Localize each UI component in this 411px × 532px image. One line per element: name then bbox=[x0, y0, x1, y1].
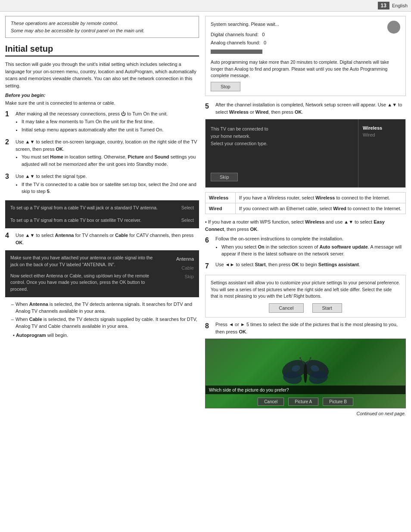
step-3-content: Use ▲▼ to select the signal type. If the… bbox=[16, 173, 199, 196]
ui-antenna-options: Antenna Cable Skip bbox=[159, 255, 194, 281]
settings-desc: Settings assistant will allow you to cus… bbox=[211, 280, 400, 300]
stop-button[interactable]: Stop bbox=[211, 82, 240, 91]
main-content: These operations are accessible by remot… bbox=[0, 12, 411, 420]
net-table-wired-desc: If you connect with an Ethernet cable, s… bbox=[236, 203, 406, 214]
ui-signal-row2-select: Select bbox=[181, 217, 194, 224]
ui-antenna-desc: Make sure that you have attached your an… bbox=[10, 255, 155, 293]
step-2-number: 2 bbox=[5, 138, 13, 168]
cable-option: Cable bbox=[159, 264, 194, 273]
left-column: These operations are accessible by remot… bbox=[5, 16, 199, 416]
svg-point-8 bbox=[310, 357, 311, 359]
antenna-option: Antenna bbox=[159, 255, 194, 264]
scan-box: System searching. Please wait... Digital… bbox=[205, 16, 406, 96]
right-step-5-content: After the channel installation is comple… bbox=[215, 101, 406, 115]
ui-antenna-desc2: Now select either Antenna or Cable, usin… bbox=[10, 273, 155, 293]
network-options: Wireless Wired bbox=[358, 119, 405, 187]
settings-cancel-button[interactable]: Cancel bbox=[269, 303, 303, 313]
language-label: English bbox=[392, 3, 408, 8]
scan-btn-row: Stop bbox=[211, 82, 400, 91]
picture-a-button[interactable]: Picture A bbox=[288, 398, 318, 406]
step-2: 2 Use ▲▼ to select the on-screen languag… bbox=[5, 138, 199, 168]
right-step-5-number: 5 bbox=[205, 101, 213, 115]
right-step-7-content: Use ◄► to select Start, then press OK to… bbox=[215, 261, 406, 271]
right-column: System searching. Please wait... Digital… bbox=[205, 16, 406, 416]
svg-point-4 bbox=[304, 364, 307, 383]
picture-b-button[interactable]: Picture B bbox=[323, 398, 353, 406]
net-table-wireless-label: Wireless bbox=[206, 193, 236, 203]
step-4-content: Use ▲▼ to select Antenna for TV channels… bbox=[16, 232, 199, 246]
intro-line1: These operations are accessible by remot… bbox=[11, 20, 193, 27]
step-3-number: 3 bbox=[5, 173, 13, 196]
net-desc-line1: This TV can be connected to bbox=[211, 125, 353, 133]
picture-caption: Which side of the picture do you prefer? bbox=[206, 386, 405, 394]
ui-signal-row2-text: To set up a TV signal from a cable TV bo… bbox=[10, 217, 177, 224]
scan-note: Auto programming may take more than 20 m… bbox=[211, 59, 400, 79]
net-table-wireless-desc: If you have a Wireless router, select Wi… bbox=[236, 193, 406, 203]
net-table-wired-label: Wired bbox=[206, 203, 236, 214]
dash-item-2: When Cable is selected, the TV detects s… bbox=[11, 316, 199, 330]
section-title: Initial setup bbox=[5, 44, 199, 56]
network-desc: This TV can be connected to your home ne… bbox=[206, 119, 358, 187]
analog-label: Analog channels found: bbox=[211, 39, 260, 47]
step-1-bullet-1: It may take a few moments to Turn On the… bbox=[22, 118, 199, 125]
step-6-bullet: When you select On in the selection scre… bbox=[221, 243, 406, 258]
table-row-wireless: Wireless If you have a Wireless router, … bbox=[206, 193, 406, 203]
step-4: 4 Use ▲▼ to select Antenna for TV channe… bbox=[5, 232, 199, 246]
ui-signal-box: To set up a TV signal from a cable TV wa… bbox=[5, 200, 199, 229]
wired-option[interactable]: Wired bbox=[363, 132, 401, 137]
step-1-number: 1 bbox=[5, 110, 13, 134]
body-intro: This section will guide you through the … bbox=[5, 61, 199, 89]
intro-box: These operations are accessible by remot… bbox=[5, 16, 199, 38]
right-step-6-content: Follow the on-screen instructions to com… bbox=[215, 235, 406, 258]
settings-assistant-box: Settings assistant will allow you to cus… bbox=[205, 275, 406, 317]
right-step-6: 6 Follow the on-screen instructions to c… bbox=[205, 235, 406, 258]
scan-title: System searching. Please wait... bbox=[211, 21, 387, 28]
scan-circle-indicator bbox=[387, 21, 400, 34]
step-4-number: 4 bbox=[5, 232, 13, 246]
right-step-8: 8 Press ◄ or ► 5 times to select the sid… bbox=[205, 321, 406, 335]
settings-start-button[interactable]: Start bbox=[312, 303, 342, 313]
svg-point-7 bbox=[299, 357, 301, 359]
step-2-bullet-1: You must set Home in location setting. O… bbox=[22, 153, 199, 168]
dash-item-1: When Antenna is selected, the TV detects… bbox=[11, 301, 199, 315]
step-2-content: Use ▲▼ to select the on-screen language,… bbox=[16, 138, 199, 168]
step-3-bullet-1: If the TV is connected to a cable box or… bbox=[22, 181, 199, 195]
picture-cancel-button[interactable]: Cancel bbox=[258, 398, 284, 406]
page-number: 13 bbox=[378, 2, 389, 9]
intro-line2: Some may also be accessible by control p… bbox=[11, 27, 193, 34]
right-step-8-number: 8 bbox=[205, 321, 213, 335]
step-1-bullet-2: Initial setup menu appears automatically… bbox=[22, 126, 199, 134]
autoprogram-note: • Autoprogram will begin. bbox=[13, 333, 199, 338]
skip-option: Skip bbox=[159, 272, 194, 281]
settings-btn-row: Cancel Start bbox=[211, 303, 400, 313]
skip-button[interactable]: Skip bbox=[211, 173, 238, 181]
scan-progress-bar bbox=[211, 50, 262, 54]
channel-detect-list: When Antenna is selected, the TV detects… bbox=[5, 301, 199, 330]
before-text: Make sure the unit is connected to anten… bbox=[5, 100, 199, 107]
digital-value: 0 bbox=[262, 31, 265, 39]
ui-signal-row1-select: Select bbox=[181, 205, 194, 212]
step-3: 3 Use ▲▼ to select the signal type. If t… bbox=[5, 173, 199, 196]
step-1: 1 After making all the necessary connect… bbox=[5, 110, 199, 134]
ui-antenna-box: Make sure that you have attached your an… bbox=[5, 250, 199, 297]
network-selection-box: This TV can be connected to your home ne… bbox=[205, 119, 406, 188]
picture-btn-row: Cancel Picture A Picture B bbox=[206, 398, 405, 406]
page-header: 13 English bbox=[0, 0, 411, 12]
picture-preference-box: Which side of the picture do you prefer?… bbox=[205, 339, 406, 408]
network-table: Wireless If you have a Wireless router, … bbox=[205, 192, 406, 214]
right-step-7-number: 7 bbox=[205, 261, 213, 271]
digital-label: Digital channels found: bbox=[211, 31, 258, 39]
wireless-option[interactable]: Wireless bbox=[363, 125, 401, 131]
right-step-7: 7 Use ◄► to select Start, then press OK … bbox=[205, 261, 406, 271]
wps-note: • If you have a router with WPS function… bbox=[205, 218, 406, 233]
right-step-5: 5 After the channel installation is comp… bbox=[205, 101, 406, 115]
ui-signal-row1-text: To set up a TV signal from a cable TV wa… bbox=[10, 205, 177, 212]
net-desc-line3: Select your connection type. bbox=[211, 140, 353, 147]
net-desc-line2: your home network. bbox=[211, 133, 353, 140]
table-row-wired: Wired If you connect with an Ethernet ca… bbox=[206, 203, 406, 214]
continued-note: Continued on next page. bbox=[205, 411, 406, 416]
step-1-content: After making all the necessary connectio… bbox=[16, 110, 199, 134]
ui-antenna-desc-main: Make sure that you have attached your an… bbox=[10, 255, 155, 268]
right-step-6-number: 6 bbox=[205, 235, 213, 258]
analog-value: 0 bbox=[264, 39, 266, 47]
